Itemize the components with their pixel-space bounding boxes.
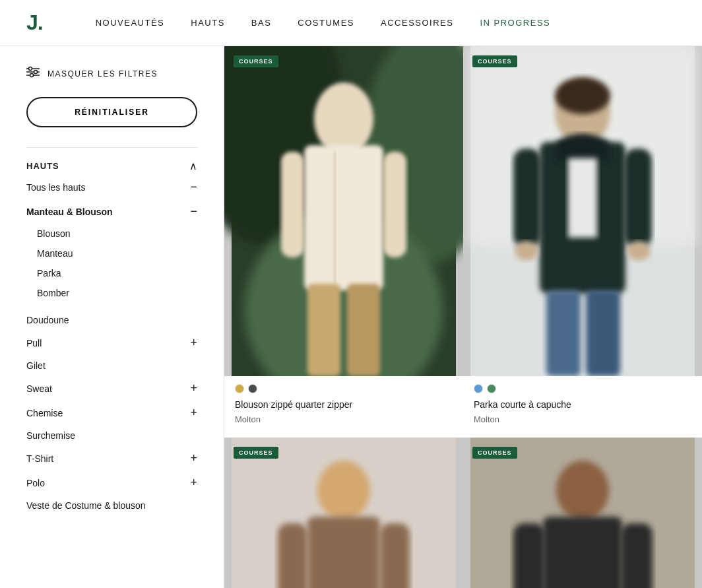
svg-rect-13 [281, 152, 304, 257]
nav-nouveautes[interactable]: NOUVEAUTÉS [96, 18, 165, 28]
svg-rect-11 [304, 145, 383, 290]
filter-doudoune[interactable]: Doudoune [26, 310, 197, 331]
swatches-1 [235, 384, 453, 393]
sub-item-parka[interactable]: Parka [37, 263, 197, 283]
nav-bas[interactable]: BAS [251, 18, 272, 28]
swatch-2-blue[interactable] [474, 384, 483, 393]
chemise-label: Chemise [26, 408, 63, 418]
filter-toggle[interactable]: MASQUER LES FILTRES [26, 66, 197, 81]
sub-item-blouson[interactable]: Blouson [37, 224, 197, 244]
product-image-3: COURSES [224, 438, 463, 588]
sweat-label: Sweat [26, 383, 52, 394]
svg-point-5 [30, 74, 34, 77]
chevron-up-icon: ∧ [189, 160, 197, 172]
svg-rect-24 [624, 148, 652, 247]
product-card-1[interactable]: COURSES Blouson zippé quarter zipper Mol… [224, 46, 463, 438]
veste-costume-label: Veste de Costume & blouson [26, 500, 146, 511]
svg-rect-14 [383, 152, 406, 257]
svg-rect-28 [586, 290, 620, 376]
svg-point-4 [34, 71, 38, 74]
sidebar: MASQUER LES FILTRES RÉINITIALISER HAUTS … [0, 46, 224, 588]
reset-button[interactable]: RÉINITIALISER [26, 97, 197, 127]
product-info-1: Blouson zippé quarter zipper Molton [224, 376, 463, 438]
product-card-4[interactable]: COURSES [463, 438, 702, 588]
svg-rect-36 [543, 517, 622, 588]
filter-tshirt[interactable]: T-Shirt + [26, 446, 197, 471]
filter-chemise[interactable]: Chemise + [26, 401, 197, 425]
product-tag-4: COURSES [472, 447, 517, 459]
product-card-3[interactable]: COURSES [224, 438, 463, 588]
main-layout: MASQUER LES FILTRES RÉINITIALISER HAUTS … [0, 46, 702, 588]
sub-item-bomber[interactable]: Bomber [37, 283, 197, 303]
svg-rect-31 [307, 517, 380, 588]
manteau-blouson-minus-icon: − [190, 205, 197, 218]
tous-les-hauts-minus-icon: − [190, 180, 197, 194]
pull-label: Pull [26, 338, 42, 348]
filter-pull[interactable]: Pull + [26, 331, 197, 355]
filter-header-label: MASQUER LES FILTRES [48, 69, 158, 79]
svg-point-30 [317, 461, 370, 520]
logo[interactable]: J. [26, 11, 43, 35]
hauts-section-header[interactable]: HAUTS ∧ [26, 160, 197, 172]
polo-label: Polo [26, 478, 45, 488]
nav-accessoires[interactable]: ACCESSOIRES [381, 18, 453, 28]
main-nav: NOUVEAUTÉS HAUTS BAS COSTUMES ACCESSOIRE… [96, 18, 676, 28]
swatches-2 [474, 384, 691, 393]
product-tag-2: COURSES [472, 55, 517, 67]
swatch-2-green[interactable] [487, 384, 496, 393]
product-tag-3: COURSES [234, 447, 278, 459]
doudoune-label: Doudoune [26, 315, 69, 325]
product-grid: COURSES Blouson zippé quarter zipper Mol… [224, 46, 702, 588]
header: J. NOUVEAUTÉS HAUTS BAS COSTUMES ACCESSO… [0, 0, 702, 46]
svg-rect-27 [546, 290, 581, 376]
product-tag-1: COURSES [234, 55, 278, 67]
filter-veste-costume[interactable]: Veste de Costume & blouson [26, 495, 197, 516]
svg-rect-32 [278, 523, 307, 588]
sub-item-manteau[interactable]: Manteau [37, 244, 197, 263]
svg-rect-22 [568, 158, 597, 238]
tshirt-label: T-Shirt [26, 453, 53, 464]
filter-polo[interactable]: Polo + [26, 471, 197, 495]
svg-point-3 [29, 67, 32, 71]
svg-point-10 [314, 82, 373, 155]
gilet-label: Gilet [26, 360, 46, 371]
svg-rect-33 [380, 523, 410, 588]
product-image-2: COURSES [463, 46, 702, 376]
product-subtitle-2: Molton [474, 414, 691, 424]
filter-manteau-blouson[interactable]: Manteau & Blouson − [26, 199, 197, 224]
filter-surchemise[interactable]: Surchemise [26, 425, 197, 446]
product-info-2: Parka courte à capuche Molton [463, 376, 702, 438]
manteau-blouson-label: Manteau & Blouson [26, 207, 113, 217]
sub-items-manteau: Blouson Manteau Parka Bomber [26, 224, 197, 303]
filter-gilet[interactable]: Gilet [26, 355, 197, 376]
svg-rect-38 [621, 523, 653, 588]
filter-icon [26, 66, 40, 81]
svg-point-25 [515, 241, 538, 261]
svg-rect-23 [513, 148, 541, 247]
product-image-4: COURSES [463, 438, 702, 588]
swatch-1-tan[interactable] [235, 384, 244, 393]
svg-rect-15 [307, 284, 340, 376]
svg-point-20 [555, 77, 610, 114]
svg-point-26 [627, 241, 651, 261]
nav-hauts[interactable]: HAUTS [191, 18, 225, 28]
product-card-2[interactable]: COURSES Parka courte à capuche Molton [463, 46, 702, 438]
pull-plus-icon: + [190, 336, 197, 350]
nav-in-progress[interactable]: IN PROGRESS [480, 18, 550, 28]
filter-sweat[interactable]: Sweat + [26, 376, 197, 401]
product-subtitle-1: Molton [235, 414, 453, 424]
product-name-2: Parka courte à capuche [474, 399, 691, 412]
nav-costumes[interactable]: COSTUMES [298, 18, 354, 28]
chemise-plus-icon: + [190, 406, 197, 420]
tshirt-plus-icon: + [190, 451, 197, 465]
sweat-plus-icon: + [190, 381, 197, 395]
filter-tous-les-hauts[interactable]: Tous les hauts − [26, 175, 197, 199]
polo-plus-icon: + [190, 476, 197, 490]
swatch-1-dark[interactable] [248, 384, 257, 393]
product-name-1: Blouson zippé quarter zipper [235, 399, 453, 412]
svg-rect-12 [334, 152, 336, 284]
svg-rect-37 [513, 523, 545, 588]
filter-section-hauts: HAUTS ∧ Tous les hauts − Manteau & Blous… [26, 147, 197, 528]
tous-les-hauts-label: Tous les hauts [26, 182, 86, 193]
surchemise-label: Surchemise [26, 430, 75, 441]
